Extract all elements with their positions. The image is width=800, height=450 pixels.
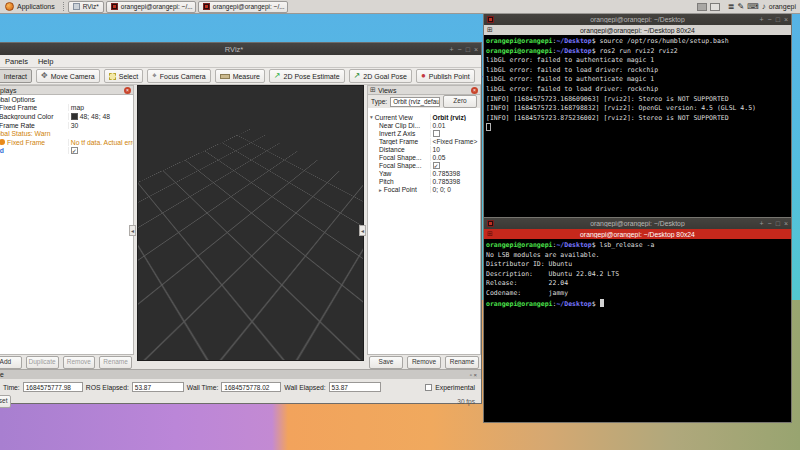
menu-item-help[interactable]: Help <box>38 57 53 66</box>
time-panel-header[interactable]: Time ▫ × <box>0 369 481 379</box>
property-row[interactable]: Global Options <box>0 95 133 104</box>
displays-panel-header[interactable]: Displays × <box>0 85 134 95</box>
expander-icon[interactable]: ▸ <box>379 187 382 193</box>
terminal-content[interactable]: orangepi@orangepi:~/Desktop$ lsb_release… <box>484 239 791 422</box>
property-row[interactable]: Fixed FrameNo tf data. Actual error: ... <box>0 138 133 147</box>
property-value[interactable]: <Fixed Frame> <box>430 138 480 145</box>
close-icon[interactable]: × <box>124 87 131 94</box>
keyboard-icon[interactable]: ⌨ <box>747 3 759 11</box>
workspace-switcher-1[interactable] <box>697 3 707 11</box>
property-row[interactable]: Global Status: Warn <box>0 129 133 138</box>
volume-icon[interactable]: ♪ <box>762 3 766 11</box>
zero-button[interactable]: Zero <box>443 95 477 108</box>
pencil-icon[interactable]: ✎ <box>738 3 745 11</box>
rename-button[interactable]: Rename <box>99 356 132 369</box>
terminal-line: libGL error: failed to load driver: rock… <box>486 85 790 95</box>
property-row[interactable]: Yaw0.785398 <box>368 170 480 178</box>
time-bottom-row: Reset 30 fps <box>0 395 481 407</box>
property-value[interactable]: 0; 0; 0 <box>430 186 480 193</box>
remove-button[interactable]: Remove <box>63 356 96 369</box>
wall-elapsed-label: Wall Elapsed: <box>284 384 325 391</box>
green-arrow-icon: ↗ <box>274 72 281 80</box>
property-row[interactable]: ▸Focal Point0; 0; 0 <box>368 186 480 194</box>
views-panel-header[interactable]: ⊞ Views × <box>367 85 481 95</box>
property-value[interactable]: 0.05 <box>430 154 480 161</box>
property-value[interactable]: No tf data. Actual error: ... <box>68 139 133 146</box>
displays-panel-title: Displays <box>0 87 16 94</box>
rviz-titlebar[interactable]: RViz* +−□× <box>0 43 481 55</box>
terminal-content[interactable]: orangepi@orangepi:~/Desktop$ source /opt… <box>484 35 791 220</box>
workspace-switcher-2[interactable] <box>710 3 720 11</box>
property-value[interactable]: 48; 48; 48 <box>68 113 133 120</box>
network-icon[interactable]: ≣ <box>728 3 735 11</box>
interact-tool[interactable]: ↖Interact <box>0 69 32 83</box>
rename-button[interactable]: Rename <box>445 356 479 369</box>
checkbox[interactable]: ✓ <box>71 147 78 154</box>
add-button[interactable]: Add <box>0 356 22 369</box>
property-value[interactable]: 0.785398 <box>430 170 480 177</box>
property-row[interactable]: Target Frame<Fixed Frame> <box>368 137 480 145</box>
property-value[interactable]: Orbit (rviz) <box>430 114 480 121</box>
measure-tool[interactable]: Measure <box>215 69 265 83</box>
property-row[interactable]: Grid✓ <box>0 147 133 156</box>
property-value[interactable]: 10 <box>430 146 480 153</box>
taskbar-button[interactable]: orangepi@orangepi: ~/... <box>198 1 288 13</box>
3d-viewport[interactable] <box>137 85 364 361</box>
splitter-collapse-handle[interactable]: ◄ <box>359 225 366 236</box>
taskbar-button[interactable]: orangepi@orangepi: ~/... <box>106 1 196 13</box>
select-tool[interactable]: Select <box>104 69 143 83</box>
property-value[interactable]: map <box>68 104 133 111</box>
time-panel-header-icons[interactable]: ▫ × <box>470 372 479 378</box>
property-value[interactable]: 30 <box>68 122 133 129</box>
property-name: Frame Rate <box>0 122 68 129</box>
goal-pose-tool[interactable]: ↗2D Goal Pose <box>349 69 412 83</box>
wall-time-input[interactable]: 1684575778.02 <box>221 382 281 392</box>
terminal-titlebar[interactable]: orangepi@orangepi: ~/Desktop +−□× <box>484 14 791 25</box>
property-row[interactable]: Fixed Framemap <box>0 104 133 113</box>
view-type-row: Type: Orbit (rviz_default_ ▾ Zero <box>367 95 481 108</box>
terminal-line: libGL error: failed to load driver: rock… <box>486 66 790 76</box>
focus-camera-tool[interactable]: ⌖Focus Camera <box>147 69 210 83</box>
views-panel-icon: ⊞ <box>370 86 376 94</box>
property-value[interactable]: ✓ <box>430 162 480 169</box>
property-value[interactable] <box>430 130 480 137</box>
checkbox[interactable] <box>433 130 440 137</box>
property-row[interactable]: Background Color48; 48; 48 <box>0 112 133 121</box>
property-row[interactable]: Focal Shape...✓ <box>368 162 480 170</box>
experimental-checkbox[interactable] <box>425 384 432 391</box>
property-value-text: 0.785398 <box>433 170 461 177</box>
wall-elapsed-input[interactable]: 53.87 <box>329 382 381 392</box>
pose-estimate-tool[interactable]: ↗2D Pose Estimate <box>269 69 345 83</box>
duplicate-button[interactable]: Duplicate <box>26 356 59 369</box>
remove-button[interactable]: Remove <box>407 356 441 369</box>
property-row[interactable]: ▾Current ViewOrbit (rviz) <box>368 113 480 121</box>
expander-icon[interactable]: ▾ <box>370 114 373 120</box>
applications-menu-button[interactable]: Applications <box>0 0 60 13</box>
property-row[interactable]: Distance10 <box>368 145 480 153</box>
property-value[interactable]: 0.785398 <box>430 178 480 185</box>
property-name: Fixed Frame <box>0 104 68 111</box>
checkbox[interactable]: ✓ <box>433 162 440 169</box>
view-type-dropdown[interactable]: Orbit (rviz_default_ ▾ <box>390 97 440 107</box>
close-icon[interactable]: × <box>471 87 478 94</box>
wall-time-label: Wall Time: <box>187 384 218 391</box>
property-row[interactable]: Near Clip Di...0.01 <box>368 121 480 129</box>
move-camera-tool[interactable]: ✥Move Camera <box>36 69 100 83</box>
terminal-line: libGL error: failed to authenticate magi… <box>486 56 790 66</box>
property-row[interactable]: Focal Shape...0.05 <box>368 153 480 161</box>
property-row[interactable]: Invert Z Axis <box>368 129 480 137</box>
property-value[interactable]: ✓ <box>68 147 133 154</box>
property-row[interactable]: Pitch0.785398 <box>368 178 480 186</box>
terminal-line: No LSB modules are available. <box>486 251 790 261</box>
reset-button[interactable]: Reset <box>0 395 11 408</box>
ros-elapsed-input[interactable]: 53.87 <box>132 382 184 392</box>
time-input[interactable]: 1684575777.98 <box>23 382 83 392</box>
terminal-titlebar[interactable]: orangepi@orangepi: ~/Desktop +−□× <box>484 218 791 229</box>
menu-item-panels[interactable]: Panels <box>5 57 28 66</box>
splitter-collapse-handle[interactable]: ◄ <box>129 225 136 236</box>
property-row[interactable]: Frame Rate30 <box>0 121 133 130</box>
publish-point-tool[interactable]: ●Publish Point <box>416 69 475 83</box>
taskbar-button[interactable]: RViz* <box>68 1 104 13</box>
property-value[interactable]: 0.01 <box>430 122 480 129</box>
save-button[interactable]: Save <box>369 356 403 369</box>
